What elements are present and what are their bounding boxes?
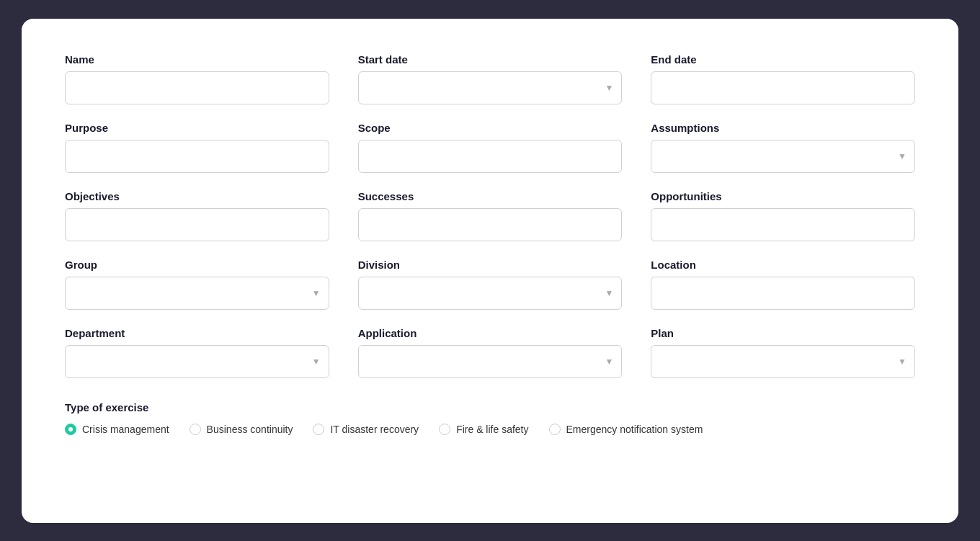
application-select-wrapper: ▼ (358, 345, 623, 378)
opportunities-input[interactable] (651, 208, 915, 241)
location-label: Location (651, 259, 915, 271)
application-select[interactable] (358, 345, 623, 378)
radio-circle-emergency-notification (549, 424, 561, 435)
application-label: Application (358, 327, 623, 339)
name-label: Name (65, 53, 329, 66)
department-label: Department (65, 327, 329, 339)
type-of-exercise-section: Type of exercise Crisis management Busin… (65, 401, 915, 435)
radio-label-crisis-management: Crisis management (82, 424, 169, 435)
opportunities-field: Opportunities (651, 190, 915, 241)
plan-field: Plan ▼ (651, 327, 915, 378)
radio-item-fire-life-safety[interactable]: Fire & life safety (439, 424, 528, 435)
successes-field: Successes (358, 190, 623, 241)
group-field: Group ▼ (65, 259, 329, 310)
location-field: Location (651, 259, 915, 310)
group-label: Group (65, 259, 329, 271)
radio-label-fire-life-safety: Fire & life safety (456, 424, 528, 435)
radio-item-crisis-management[interactable]: Crisis management (65, 424, 169, 435)
assumptions-select-wrapper: ▼ (651, 140, 915, 173)
assumptions-field: Assumptions ▼ (651, 122, 915, 173)
division-field: Division ▼ (358, 259, 623, 310)
radio-item-business-continuity[interactable]: Business continuity (190, 424, 293, 435)
division-label: Division (358, 259, 623, 271)
division-select-wrapper: ▼ (358, 277, 623, 310)
radio-circle-fire-life-safety (439, 424, 450, 435)
scope-label: Scope (358, 122, 623, 134)
name-input[interactable] (65, 71, 329, 104)
department-select[interactable] (65, 345, 329, 378)
application-field: Application ▼ (358, 327, 623, 378)
group-select-wrapper: ▼ (65, 277, 329, 310)
group-select[interactable] (65, 277, 329, 310)
start-date-select-wrapper: ▼ (358, 71, 623, 104)
plan-select-wrapper: ▼ (651, 345, 915, 378)
start-date-select[interactable] (358, 71, 623, 104)
successes-input[interactable] (358, 208, 623, 241)
opportunities-label: Opportunities (651, 190, 915, 202)
radio-item-emergency-notification[interactable]: Emergency notification system (549, 424, 703, 435)
purpose-label: Purpose (65, 122, 329, 134)
successes-label: Successes (358, 190, 623, 202)
main-card: Name Start date ▼ End date Purpose Scope (22, 19, 958, 523)
start-date-field: Start date ▼ (358, 53, 623, 104)
location-input[interactable] (651, 277, 915, 310)
scope-input[interactable] (358, 140, 623, 173)
end-date-input[interactable] (651, 71, 915, 104)
department-field: Department ▼ (65, 327, 329, 378)
radio-label-emergency-notification: Emergency notification system (566, 424, 703, 435)
objectives-input[interactable] (65, 208, 329, 241)
radio-circle-crisis-management (65, 424, 76, 435)
division-select[interactable] (358, 277, 623, 310)
objectives-label: Objectives (65, 190, 329, 202)
form-grid: Name Start date ▼ End date Purpose Scope (65, 53, 915, 378)
radio-label-it-disaster-recovery: IT disaster recovery (330, 424, 419, 435)
scope-field: Scope (358, 122, 623, 173)
name-field: Name (65, 53, 329, 104)
start-date-label: Start date (358, 53, 623, 66)
assumptions-select[interactable] (651, 140, 915, 173)
plan-label: Plan (651, 327, 915, 339)
radio-item-it-disaster-recovery[interactable]: IT disaster recovery (313, 424, 419, 435)
radio-circle-it-disaster-recovery (313, 424, 324, 435)
end-date-field: End date (651, 53, 915, 104)
department-select-wrapper: ▼ (65, 345, 329, 378)
plan-select[interactable] (651, 345, 915, 378)
radio-circle-business-continuity (190, 424, 201, 435)
purpose-input[interactable] (65, 140, 329, 173)
radio-label-business-continuity: Business continuity (207, 424, 293, 435)
assumptions-label: Assumptions (651, 122, 915, 134)
objectives-field: Objectives (65, 190, 329, 241)
exercise-type-radio-group: Crisis management Business continuity IT… (65, 424, 915, 435)
end-date-label: End date (651, 53, 915, 66)
purpose-field: Purpose (65, 122, 329, 173)
type-of-exercise-label: Type of exercise (65, 401, 915, 413)
